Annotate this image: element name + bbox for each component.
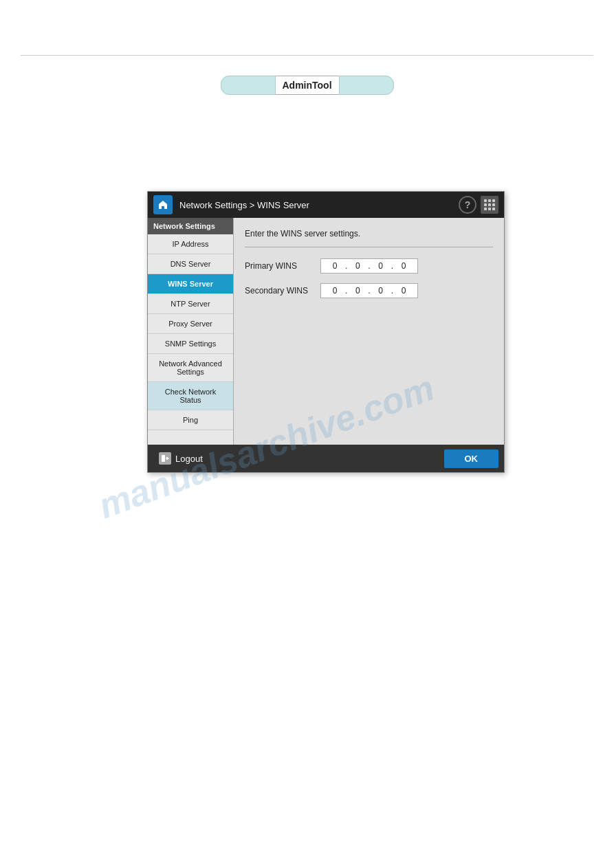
- sidebar-item-wins-server[interactable]: WINS Server: [148, 274, 233, 294]
- svg-rect-0: [162, 455, 165, 462]
- primary-wins-octet-1[interactable]: 0: [325, 261, 344, 271]
- sidebar-item-check-network-status[interactable]: Check Network Status: [148, 382, 233, 410]
- secondary-wins-octet-3[interactable]: 0: [371, 286, 391, 296]
- logout-icon: [159, 452, 171, 465]
- sidebar-item-snmp-settings[interactable]: SNMP Settings: [148, 334, 233, 354]
- admintool-left-button[interactable]: [220, 76, 275, 95]
- sidebar-item-proxy-server[interactable]: Proxy Server: [148, 314, 233, 334]
- dialog-body: Network Settings IP Address DNS Server W…: [148, 218, 504, 445]
- logout-button[interactable]: Logout: [153, 449, 208, 467]
- sidebar-item-ping[interactable]: Ping: [148, 410, 233, 430]
- logout-label: Logout: [175, 454, 203, 464]
- ok-button[interactable]: OK: [444, 449, 499, 468]
- content-area: Enter the WINS server settings. Primary …: [234, 218, 504, 445]
- dialog-titlebar: Network Settings > WINS Server ?: [148, 192, 504, 218]
- admintool-right-button[interactable]: [339, 76, 394, 95]
- sidebar-item-ntp-server[interactable]: NTP Server: [148, 294, 233, 314]
- primary-wins-label: Primary WINS: [245, 261, 320, 271]
- sidebar: Network Settings IP Address DNS Server W…: [148, 218, 234, 445]
- secondary-wins-input[interactable]: 0 . 0 . 0 . 0: [320, 283, 418, 298]
- primary-wins-octet-4[interactable]: 0: [394, 261, 413, 271]
- content-description: Enter the WINS server settings.: [245, 229, 493, 238]
- secondary-wins-octet-1[interactable]: 0: [325, 286, 344, 296]
- sidebar-item-network-advanced-settings[interactable]: Network Advanced Settings: [148, 354, 233, 382]
- home-icon[interactable]: [153, 195, 173, 214]
- sidebar-item-dns-server[interactable]: DNS Server: [148, 254, 233, 274]
- primary-wins-row: Primary WINS 0 . 0 . 0 . 0: [245, 258, 493, 274]
- primary-wins-octet-3[interactable]: 0: [371, 261, 391, 271]
- dialog-footer: Logout OK: [148, 445, 504, 472]
- secondary-wins-label: Secondary WINS: [245, 286, 320, 296]
- primary-wins-octet-2[interactable]: 0: [348, 261, 367, 271]
- primary-wins-input[interactable]: 0 . 0 . 0 . 0: [320, 258, 418, 274]
- sidebar-header: Network Settings: [148, 218, 233, 234]
- content-divider: [245, 247, 493, 247]
- top-rule: [21, 55, 593, 56]
- secondary-wins-octet-2[interactable]: 0: [348, 286, 367, 296]
- secondary-wins-row: Secondary WINS 0 . 0 . 0 . 0: [245, 283, 493, 298]
- grid-icon[interactable]: [481, 196, 498, 214]
- breadcrumb: Network Settings > WINS Server: [179, 200, 459, 210]
- admintool-label: AdminTool: [275, 76, 338, 95]
- main-dialog: Network Settings > WINS Server ? Network…: [147, 191, 505, 473]
- help-icon[interactable]: ?: [459, 196, 476, 214]
- sidebar-item-ip-address[interactable]: IP Address: [148, 234, 233, 254]
- admintool-bar: AdminTool: [220, 76, 393, 95]
- secondary-wins-octet-4[interactable]: 0: [394, 286, 413, 296]
